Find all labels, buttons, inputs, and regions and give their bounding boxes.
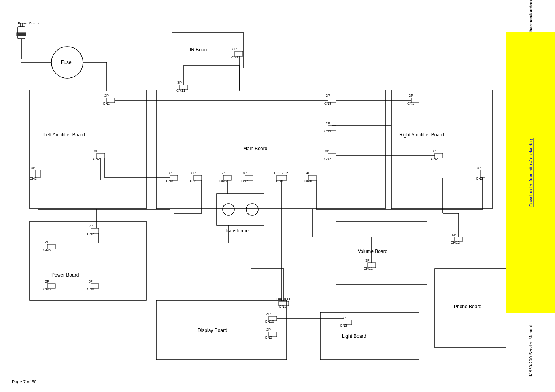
page-info: Page 7 of 50 — [12, 379, 36, 384]
svg-rect-14 — [30, 90, 146, 209]
svg-text:4P: 4P — [306, 171, 310, 175]
svg-text:CN7: CN7 — [87, 232, 94, 236]
svg-text:CN9: CN9 — [324, 129, 331, 133]
svg-text:3P: 3P — [168, 171, 172, 175]
page-footer: Page 7 of 50 — [12, 379, 36, 384]
svg-text:3P: 3P — [89, 279, 93, 283]
power-cord-label: Power Cord in — [18, 21, 40, 25]
svg-text:CN8: CN8 — [87, 287, 94, 291]
main-board-label: Main Board — [243, 146, 267, 151]
svg-text:8P: 8P — [191, 171, 196, 175]
svg-text:CN5: CN5 — [219, 179, 227, 183]
light-board-label: Light Board — [342, 334, 366, 339]
right-sidebar: harman/kardon Downloaded from http://rec… — [506, 0, 555, 392]
svg-text:2P: 2P — [409, 94, 413, 98]
svg-text:CN3: CN3 — [166, 179, 173, 183]
svg-text:3P: 3P — [266, 312, 271, 316]
svg-text:CN12: CN12 — [451, 241, 460, 245]
brand-label: harman/kardon — [506, 0, 555, 32]
cn9-ir-label2: CN9 — [231, 55, 238, 59]
svg-text:CN3: CN3 — [30, 177, 37, 181]
svg-text:CN3: CN3 — [476, 177, 483, 181]
svg-text:8P: 8P — [94, 149, 98, 153]
ir-board-label: IR Board — [190, 47, 208, 53]
svg-text:CN3: CN3 — [340, 324, 347, 328]
svg-point-73 — [223, 204, 234, 215]
svg-text:CN2: CN2 — [93, 157, 100, 161]
downloaded-label: Downloaded from http://receiverfaq. — [506, 32, 555, 313]
display-board-label: Display Board — [198, 328, 227, 333]
svg-text:CN1: CN1 — [279, 305, 286, 309]
svg-text:2P: 2P — [45, 279, 49, 283]
svg-rect-3 — [17, 33, 26, 36]
svg-text:8P: 8P — [432, 149, 436, 153]
svg-text:CN2: CN2 — [265, 335, 272, 339]
svg-text:1.00-100P: 1.00-100P — [275, 297, 292, 301]
svg-text:2P: 2P — [326, 121, 330, 125]
svg-text:CN8: CN8 — [324, 102, 331, 106]
power-board-label: Power Board — [51, 272, 79, 278]
svg-text:2P: 2P — [342, 316, 346, 320]
service-manual-label: HK 980/230 Service Manual — [506, 313, 555, 392]
svg-text:1.00-20P: 1.00-20P — [274, 171, 288, 175]
right-amp-label: Right Amplifier Board — [399, 132, 444, 138]
svg-text:CN6: CN6 — [43, 248, 51, 252]
cn9-ir-label: 3P — [232, 47, 237, 51]
svg-text:CN10: CN10 — [304, 179, 313, 183]
svg-rect-72 — [217, 194, 264, 225]
svg-text:CN2: CN2 — [324, 157, 331, 161]
svg-text:CN8: CN8 — [276, 179, 283, 183]
svg-text:8P: 8P — [243, 171, 247, 175]
svg-text:3P: 3P — [477, 166, 481, 170]
svg-text:5P: 5P — [221, 171, 225, 175]
svg-text:CN1: CN1 — [103, 102, 110, 106]
cn11-label: 3P — [177, 81, 182, 85]
svg-text:8P: 8P — [325, 149, 329, 153]
svg-text:2P: 2P — [326, 94, 330, 98]
svg-text:CN2: CN2 — [431, 157, 438, 161]
cn11-label2: CN11 — [176, 89, 185, 92]
svg-text:2P: 2P — [104, 94, 109, 98]
svg-rect-13 — [156, 90, 385, 209]
svg-text:CN11: CN11 — [364, 266, 373, 270]
phone-board-label: Phone Board — [454, 304, 481, 309]
svg-text:4P: 4P — [452, 233, 456, 237]
svg-text:2P: 2P — [45, 240, 49, 244]
svg-text:2P: 2P — [266, 328, 271, 332]
left-amp-label: Left Amplifier Board — [43, 132, 85, 138]
fuse-label: Fuse — [61, 60, 72, 65]
svg-text:2P: 2P — [89, 224, 93, 228]
svg-rect-108 — [320, 312, 419, 360]
svg-text:3P: 3P — [31, 166, 35, 170]
svg-text:CN1: CN1 — [190, 179, 197, 183]
volume-board-label: Volume Board — [358, 249, 387, 254]
svg-text:CN10: CN10 — [265, 320, 274, 324]
svg-text:3P: 3P — [365, 258, 370, 262]
svg-text:CN1: CN1 — [407, 102, 414, 106]
svg-rect-15 — [391, 90, 492, 209]
svg-text:CN5: CN5 — [43, 287, 51, 291]
svg-point-74 — [246, 204, 258, 215]
